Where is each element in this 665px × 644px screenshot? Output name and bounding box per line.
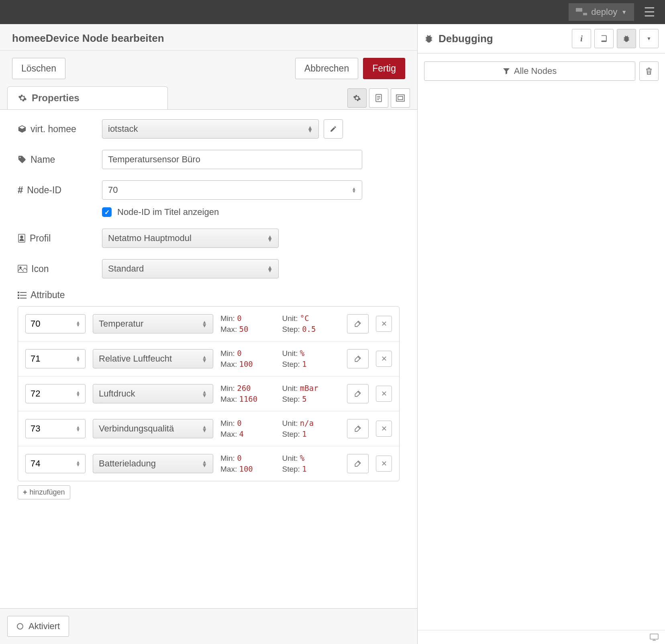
close-icon: ✕ [381,319,387,328]
nodeid-label: # Node-ID [18,184,102,196]
deploy-button[interactable]: deploy ▼ [569,3,634,21]
attribute-row: 74 ▲▼ Batterieladung ▲▼ Min: 0 Unit: % M… [18,446,399,481]
attribute-delete-button[interactable]: ✕ [376,316,392,332]
profile-select[interactable]: Netatmo Hauptmodul ▲▼ [102,229,279,248]
attribute-row: 72 ▲▼ Luftdruck ▲▼ Min: 260 Unit: mBar M… [18,376,399,411]
virt-homee-select[interactable]: iotstack ▲▼ [102,119,319,139]
svg-rect-0 [576,8,582,12]
updown-icon: ▲▼ [202,425,207,432]
image-icon [18,265,27,273]
attribute-delete-button[interactable]: ✕ [376,351,392,367]
tag-icon [18,155,27,164]
edit-icon [354,390,361,397]
attribute-delete-button[interactable]: ✕ [376,456,392,472]
monitor-icon [650,634,659,641]
attribute-meta: Min: 260 Unit: mBar Max: 1160 Step: 5 [220,384,340,404]
cube-icon [18,125,27,133]
editor-actions: Löschen Abbrechen Fertig [0,51,417,86]
attribute-id-input[interactable]: 73 ▲▼ [25,419,86,438]
svg-rect-17 [20,298,27,298]
svg-rect-13 [20,292,27,293]
layout-icon [396,94,405,102]
attribute-edit-button[interactable] [347,349,369,368]
attribute-type-select[interactable]: Batterieladung ▲▼ [93,454,213,473]
virt-homee-label: virt. homee [18,124,102,135]
svg-rect-1 [583,13,587,15]
attribute-type-select[interactable]: Luftdruck ▲▼ [93,384,213,403]
attribute-row: 71 ▲▼ Relative Luftfeucht ▲▼ Min: 0 Unit… [18,341,399,376]
updown-icon: ▲▼ [267,235,273,241]
add-attribute-button[interactable]: + hinzufügen [18,485,70,499]
sidebar-help-button[interactable] [594,29,614,48]
chevron-down-icon: ▼ [621,9,627,15]
bug-icon [424,34,434,43]
close-icon: ✕ [381,424,387,433]
done-button[interactable]: Fertig [363,58,405,79]
attribute-edit-button[interactable] [347,384,369,403]
appearance-view-button[interactable] [391,88,410,108]
spinner-icon: ▲▼ [352,187,356,193]
attribute-id-input[interactable]: 71 ▲▼ [25,349,86,368]
name-input[interactable] [102,150,362,169]
nodeid-input[interactable]: 70 ▲▼ [102,180,362,200]
show-nodeid-label: Node-ID im Titel anzeigen [117,207,219,217]
plus-icon: + [23,488,27,497]
document-icon [375,94,382,102]
pencil-icon [330,125,337,133]
info-icon: i [580,34,583,43]
sidebar-footer [418,630,665,644]
filter-button[interactable]: Alle Nodes [424,61,635,81]
svg-rect-14 [18,294,19,296]
attribute-meta: Min: 0 Unit: n/a Max: 4 Step: 1 [220,419,340,439]
activated-toggle[interactable]: Aktiviert [7,616,69,637]
attribute-edit-button[interactable] [347,314,369,333]
edit-icon [354,460,361,467]
svg-rect-12 [18,292,19,293]
list-icon [18,292,27,299]
filter-icon [503,67,510,75]
attribute-delete-button[interactable]: ✕ [376,386,392,402]
sidebar-dropdown-button[interactable]: ▼ [639,29,659,48]
clear-debug-button[interactable] [639,61,659,81]
attribute-type-select[interactable]: Verbindungsqualitä ▲▼ [93,419,213,438]
settings-view-button[interactable] [347,88,367,108]
hash-icon: # [18,184,23,196]
attribute-type-select[interactable]: Relative Luftfeucht ▲▼ [93,349,213,368]
delete-button[interactable]: Löschen [12,58,65,79]
editor-title: homeeDevice Node bearbeiten [0,24,417,51]
edit-icon [354,320,361,327]
attribute-meta: Min: 0 Unit: °C Max: 50 Step: 0.5 [220,314,340,334]
edit-icon [354,425,361,432]
gear-icon [18,94,27,102]
close-icon: ✕ [381,389,387,398]
editor-tabs: Properties [0,86,417,109]
deploy-icon [576,8,587,16]
icon-label: Icon [18,264,102,274]
sidebar-debug-button[interactable] [617,29,636,48]
updown-icon: ▲▼ [202,390,207,397]
icon-select[interactable]: Standard ▲▼ [102,259,279,278]
properties-tab-label: Properties [32,92,80,104]
spinner-icon: ▲▼ [76,461,80,466]
attribute-id-input[interactable]: 70 ▲▼ [25,314,86,333]
attributes-label: Attribute [18,290,400,301]
attribute-edit-button[interactable] [347,419,369,438]
editor-footer: Aktiviert [0,608,417,644]
attribute-id-input[interactable]: 72 ▲▼ [25,384,86,403]
show-nodeid-checkbox[interactable]: ✓ [102,207,112,217]
cancel-button[interactable]: Abbrechen [295,58,358,79]
edit-icon [354,355,361,362]
hamburger-menu[interactable]: ☰ [641,3,659,21]
attribute-type-select[interactable]: Temperatur ▲▼ [93,314,213,333]
sidebar-title: Debugging [424,33,493,45]
properties-tab[interactable]: Properties [7,86,168,109]
profile-label: Profil [18,233,102,244]
attribute-edit-button[interactable] [347,454,369,473]
description-view-button[interactable] [369,88,388,108]
sidebar-info-button[interactable]: i [572,29,591,48]
spinner-icon: ▲▼ [76,391,80,397]
attribute-id-input[interactable]: 74 ▲▼ [25,454,86,473]
attribute-delete-button[interactable]: ✕ [376,421,392,437]
edit-virt-homee-button[interactable] [324,119,343,139]
svg-rect-7 [398,96,403,100]
